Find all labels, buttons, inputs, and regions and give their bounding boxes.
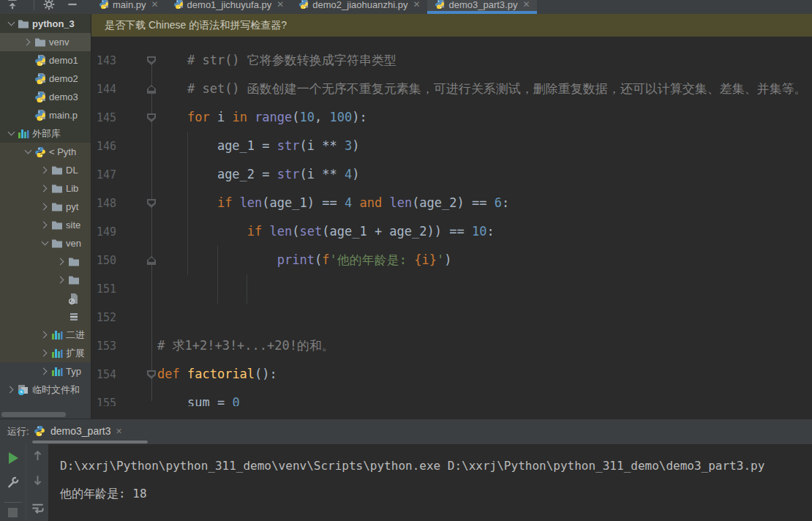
close-icon[interactable]: ✕ xyxy=(522,0,530,10)
close-icon[interactable]: × xyxy=(116,425,122,437)
chevron-down-icon[interactable] xyxy=(6,128,18,140)
close-icon[interactable]: ✕ xyxy=(277,0,284,10)
chevron-right-icon[interactable] xyxy=(40,220,51,231)
chevron-down-icon[interactable] xyxy=(40,238,51,250)
folder-icon xyxy=(51,165,63,176)
code-text[interactable]: # 求1+2!+3!+...+20!的和。 xyxy=(157,331,334,360)
code-text[interactable]: sum = 0 xyxy=(157,389,240,406)
code-text[interactable]: print(f'他的年龄是: {i}') xyxy=(157,246,451,274)
code-line-148: 148 if len(age_1) == 4 and len(age_2) ==… xyxy=(91,189,812,217)
project-tree-panel: python_3venvdemo1demo2demo3main.p外部库< Py… xyxy=(0,14,91,419)
editor-tab-main.py[interactable]: main.py✕ xyxy=(91,0,166,14)
tree-item-ven[interactable]: ven xyxy=(0,234,91,252)
code-text[interactable]: # set() 函数创建一个无序不重复元素集，可进行关系测试，删除重复数据，还可… xyxy=(157,75,807,103)
tree-item-demo3[interactable]: demo3 xyxy=(0,88,91,106)
python-icon xyxy=(34,146,46,158)
folder-icon xyxy=(34,37,46,48)
tree-item-label: python_3 xyxy=(32,18,75,29)
code-line-146: 146 age_1 = str(i ** 3) xyxy=(91,132,812,160)
code-line-154: 154def factorial(): xyxy=(91,360,812,389)
chevron-right-icon[interactable] xyxy=(40,348,51,359)
chevron-right-icon[interactable] xyxy=(56,274,68,286)
tree-item-python_3[interactable]: python_3 xyxy=(0,15,91,33)
library-icon xyxy=(51,329,63,341)
settings-button[interactable] xyxy=(7,476,20,489)
code-line-149: 149 if len(set(age_1 + age_2)) == 10: xyxy=(91,217,812,246)
banner-text: 是否下载 Chinese 的语法和拼写检查器? xyxy=(105,19,287,31)
tree-item-DL[interactable]: DL xyxy=(0,161,91,179)
code-text[interactable]: age_2 = str(i ** 4) xyxy=(157,160,359,189)
chevron-right-icon[interactable] xyxy=(23,37,34,48)
chevron-right-icon[interactable] xyxy=(40,201,51,213)
run-console: D:\xxrj\Python\python_311_demo\venv\Scri… xyxy=(48,444,812,521)
close-icon[interactable]: ✕ xyxy=(413,0,420,10)
code-text[interactable]: # str() 它将参数转换成字符串类型 xyxy=(157,46,396,75)
chevron-right-icon[interactable] xyxy=(56,256,68,268)
chevron-spacer xyxy=(56,293,68,304)
tree-item-label: 临时文件和 xyxy=(32,383,80,397)
editor-tab-demo3_part3.py[interactable]: demo3_part3.py✕ xyxy=(427,0,537,14)
tree-item-二进[interactable]: 二进 xyxy=(0,326,91,344)
tab-label: demo3_part3.py xyxy=(448,0,517,10)
code-line-151: 151 xyxy=(91,274,812,303)
stop-button[interactable] xyxy=(8,508,18,517)
code-line-147: 147 age_2 = str(i ** 4) xyxy=(91,160,812,189)
chevron-right-icon[interactable] xyxy=(40,183,51,195)
tree-item-folder[interactable] xyxy=(0,271,91,289)
collapse-all-icon[interactable] xyxy=(6,0,19,11)
line-number: 147 xyxy=(91,168,157,181)
code-text[interactable]: if len(set(age_1 + age_2)) == 10: xyxy=(157,217,495,246)
down-button[interactable] xyxy=(31,474,44,487)
tree-item-< Pyth[interactable]: < Pyth xyxy=(0,143,91,161)
folder-icon xyxy=(51,238,63,250)
tree-item-stack[interactable] xyxy=(0,307,91,326)
project-panel-toolbar xyxy=(0,0,91,14)
settings-icon[interactable] xyxy=(42,0,56,11)
chevron-right-icon[interactable] xyxy=(6,384,18,396)
pycharm-window: main.py✕demo1_jichuyufa.py✕demo2_jiaohua… xyxy=(0,0,812,521)
code-line-152: 152 xyxy=(91,303,812,331)
chevron-down-icon[interactable] xyxy=(6,18,18,30)
editor-tab-demo1_jichuyufa.py[interactable]: demo1_jichuyufa.py✕ xyxy=(166,0,292,14)
close-icon[interactable]: ✕ xyxy=(151,0,159,10)
code-line-145: 145 for i in range(10, 100): xyxy=(91,103,812,132)
chevron-right-icon[interactable] xyxy=(40,366,51,378)
tree-item-外部库[interactable]: 外部库 xyxy=(0,124,91,143)
code-text[interactable]: if len(age_1) == 4 and len(age_2) == 6: xyxy=(157,189,509,217)
code-text[interactable]: def factorial(): xyxy=(157,360,277,389)
up-button[interactable] xyxy=(31,449,44,462)
tree-item-label: 扩展 xyxy=(66,347,85,360)
tree-item-label: pyt xyxy=(66,201,78,212)
editor-tab-demo2_jiaohuanzhi.py[interactable]: demo2_jiaohuanzhi.py✕ xyxy=(291,0,427,14)
tree-item-demo2[interactable]: demo2 xyxy=(0,70,91,88)
tree-item-Lib[interactable]: Lib xyxy=(0,179,91,198)
run-panel-label: 运行: xyxy=(7,419,29,444)
rerun-button[interactable] xyxy=(9,452,18,464)
hide-icon[interactable] xyxy=(66,0,79,11)
run-tab[interactable]: demo3_part3 × xyxy=(34,419,122,443)
tree-item-临时文件和[interactable]: 临时文件和 xyxy=(0,381,91,399)
folder-icon xyxy=(51,201,63,213)
tree-item-venv[interactable]: venv xyxy=(0,33,91,51)
run-tab-underline xyxy=(32,441,148,443)
tree-item-file-excluded[interactable] xyxy=(0,289,91,307)
tree-item-扩展[interactable]: 扩展 xyxy=(0,344,91,362)
tree-horizontal-scrollbar[interactable] xyxy=(1,412,66,417)
tree-item-site[interactable]: site xyxy=(0,216,91,234)
tree-item-Typ[interactable]: Typ xyxy=(0,362,91,381)
tree-item-label: main.p xyxy=(49,110,78,121)
tree-item-demo1[interactable]: demo1 xyxy=(0,51,91,70)
code-text[interactable]: age_1 = str(i ** 3) xyxy=(157,132,359,160)
chevron-right-icon[interactable] xyxy=(40,165,51,176)
chevron-down-icon[interactable] xyxy=(23,146,34,158)
python-file-icon xyxy=(99,0,109,10)
chevron-right-icon[interactable] xyxy=(40,329,51,341)
soft-wrap-button[interactable] xyxy=(31,501,45,515)
tree-item-pyt[interactable]: pyt xyxy=(0,198,91,216)
code-editor[interactable]: 143 # str() 它将参数转换成字符串类型144 # set() 函数创建… xyxy=(91,37,812,406)
code-text[interactable]: for i in range(10, 100): xyxy=(157,103,367,132)
library-icon xyxy=(18,128,29,140)
tree-item-main.p[interactable]: main.p xyxy=(0,106,91,124)
tree-item-label: 二进 xyxy=(66,329,85,342)
tree-item-folder[interactable] xyxy=(0,252,91,271)
